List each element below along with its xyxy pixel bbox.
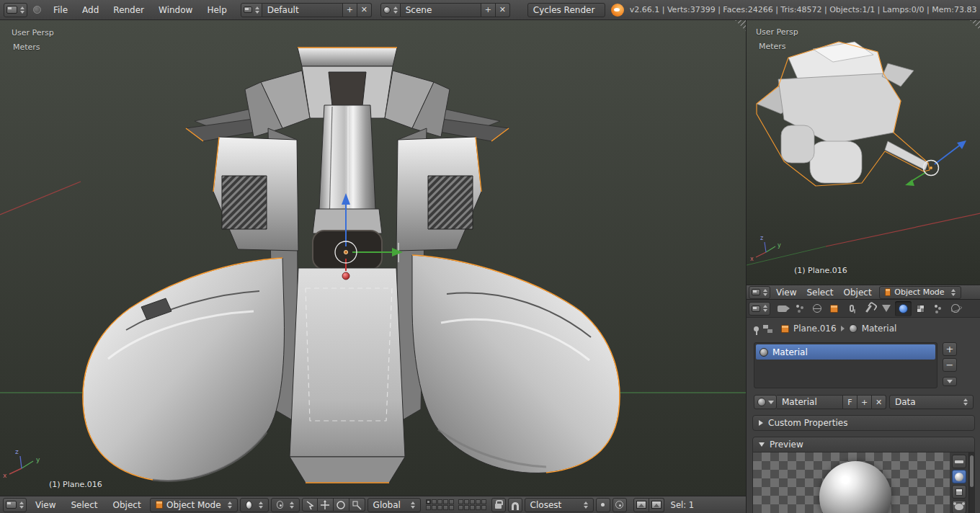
panel-custom-properties[interactable]: Custom Properties (752, 415, 975, 431)
layer-toggle[interactable] (476, 505, 481, 510)
scene-browse-button[interactable] (380, 3, 401, 17)
main-3d-viewport[interactable]: x y z User Persp Meters (1) Plane.016 (0, 20, 746, 496)
remove-slot-button[interactable]: − (943, 358, 957, 372)
viewport-shading-selector[interactable] (240, 498, 269, 512)
layer-toggle[interactable] (449, 499, 454, 504)
tab-constraints[interactable] (843, 301, 860, 316)
interaction-mode-selector[interactable]: Object Mode (879, 286, 961, 299)
material-link-selector[interactable]: Data (889, 395, 974, 409)
new-material-button[interactable]: + (858, 395, 872, 409)
secondary-3d-viewport[interactable]: x y z User Persp Meters (1) Plane.016 (747, 20, 980, 285)
breadcrumb-item[interactable]: Material (862, 324, 897, 334)
scrollbar-thumb[interactable] (970, 455, 974, 487)
layer-toggle[interactable] (470, 499, 475, 504)
tab-texture[interactable] (912, 301, 929, 316)
scene-close-button[interactable]: ✕ (496, 3, 510, 17)
browse-material-button[interactable] (754, 395, 777, 409)
snap-target-selector[interactable]: Closest (525, 498, 594, 512)
layer-toggle[interactable] (443, 505, 448, 510)
snap-peel-button[interactable] (612, 498, 627, 512)
menu-select[interactable]: Select (802, 287, 837, 298)
menu-file[interactable]: File (47, 5, 74, 15)
layer-toggle[interactable] (443, 499, 448, 504)
editor-type-button[interactable] (3, 498, 27, 512)
scale-manipulator-button[interactable] (349, 498, 365, 512)
menu-render[interactable]: Render (107, 5, 151, 15)
rotate-manipulator-button[interactable] (334, 498, 349, 512)
screen-layout-name-field[interactable]: Default (262, 3, 343, 17)
preview-flat-button[interactable] (952, 455, 966, 468)
screen-layout-add-button[interactable]: + (343, 3, 357, 17)
layer-toggle[interactable] (476, 499, 481, 504)
pivot-point-selector[interactable] (271, 498, 300, 512)
layer-toggle[interactable] (464, 499, 469, 504)
opengl-render-image-button[interactable] (633, 498, 649, 512)
layer-toggle[interactable] (481, 499, 486, 504)
selected-object-model[interactable] (757, 42, 930, 186)
tab-particles[interactable] (930, 301, 946, 316)
screen-layout-browse-button[interactable] (241, 3, 262, 17)
layer-toggle[interactable] (437, 499, 442, 504)
panel-preview[interactable]: Preview (752, 437, 975, 452)
transform-orientation-selector[interactable]: Global (368, 498, 421, 512)
menu-add[interactable]: Add (76, 5, 105, 15)
scrollbar[interactable] (968, 452, 974, 513)
tab-object[interactable] (826, 301, 842, 316)
tab-scene[interactable] (791, 301, 808, 316)
interaction-mode-selector[interactable]: Object Mode (150, 498, 238, 512)
layer-toggle[interactable] (426, 505, 431, 510)
layer-toggle[interactable] (464, 505, 469, 510)
material-slot-list[interactable]: Material (754, 342, 937, 388)
snap-toggle-button[interactable] (508, 498, 522, 512)
render-engine-selector[interactable]: Cycles Render (527, 3, 605, 17)
lock-to-scene-button[interactable] (491, 498, 506, 512)
tab-object-data[interactable] (878, 301, 894, 316)
material-slot-item[interactable]: Material (756, 344, 935, 360)
unlink-material-button[interactable]: ✕ (872, 395, 886, 409)
manipulator-enable-button[interactable] (302, 498, 318, 512)
tab-world[interactable] (808, 301, 825, 316)
breadcrumb-object[interactable]: Plane.016 (793, 324, 837, 334)
layer-toggle[interactable] (449, 505, 454, 510)
menu-view[interactable]: View (772, 287, 801, 298)
material-name-field[interactable]: Material (777, 395, 843, 409)
scene-add-button[interactable]: + (481, 3, 496, 17)
screen-layout-close-button[interactable]: ✕ (357, 3, 372, 17)
opengl-render-anim-button[interactable] (649, 498, 664, 512)
pin-icon[interactable] (754, 326, 759, 331)
editor-type-button[interactable] (4, 3, 27, 17)
editor-type-button[interactable] (749, 286, 770, 299)
snap-element-button[interactable] (596, 498, 610, 512)
node-tree-icon[interactable] (763, 325, 768, 329)
menu-select[interactable]: Select (64, 500, 104, 510)
preview-sphere-button[interactable] (952, 470, 966, 483)
preview-monkey-button[interactable] (952, 500, 966, 513)
tab-render[interactable] (774, 301, 790, 316)
scene-name-field[interactable]: Scene (401, 3, 481, 17)
preview-cube-button[interactable] (952, 485, 966, 499)
menu-help[interactable]: Help (200, 5, 233, 15)
menu-object[interactable]: Object (107, 500, 148, 510)
layer-toggle[interactable] (432, 499, 437, 504)
layer-toggle[interactable] (481, 505, 486, 510)
menu-object[interactable]: Object (839, 287, 876, 298)
layer-toggle[interactable] (437, 505, 442, 510)
selected-object-model[interactable] (83, 48, 620, 483)
translate-manipulator-button[interactable] (318, 498, 334, 512)
secondary-3d-scene[interactable]: x y z (747, 20, 980, 285)
menu-window[interactable]: Window (152, 5, 199, 15)
layer-toggle[interactable] (432, 505, 437, 510)
add-slot-button[interactable]: + (943, 342, 957, 356)
editor-type-button[interactable] (749, 302, 770, 316)
layer-toggle[interactable] (426, 499, 431, 504)
tab-physics[interactable] (947, 301, 963, 316)
layer-toggle[interactable] (470, 505, 475, 510)
tab-modifiers[interactable] (860, 301, 877, 316)
menu-view[interactable]: View (29, 500, 62, 510)
layer-toggle[interactable] (458, 505, 463, 510)
layer-toggle[interactable] (458, 499, 463, 504)
fake-user-button[interactable]: F (843, 395, 858, 409)
slot-specials-menu-button[interactable] (943, 377, 957, 386)
main-3d-scene[interactable]: x y z (0, 20, 746, 496)
tab-material[interactable] (895, 301, 912, 316)
